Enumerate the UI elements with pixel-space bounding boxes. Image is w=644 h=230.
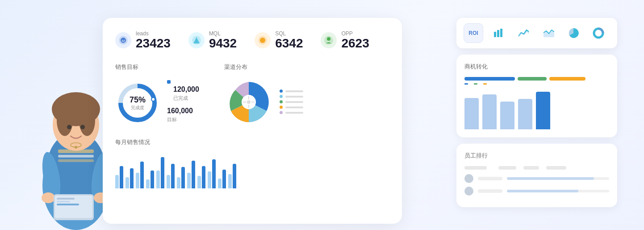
svg-rect-41 [494,32,496,37]
bar-chart-icon-button[interactable] [489,23,508,43]
monthly-bar-1-0 [125,177,129,188]
monthly-bar-0-1 [120,166,123,188]
svg-rect-18 [57,201,70,202]
svg-rect-4 [58,159,94,162]
monthly-bar-4-1 [161,157,164,188]
leads-label: leads [136,30,171,37]
opp-bar-3 [500,102,514,129]
pie-chart-icon-button[interactable] [564,23,583,43]
roi-icon-button[interactable]: ROI [464,23,483,43]
legend-completed: 120,000 已完成 [167,77,199,102]
monthly-bar-5-0 [167,175,170,188]
monthly-bar-5-1 [171,164,175,188]
prog-seg-3 [549,77,585,81]
legend-completed-value: 120,000 [173,85,199,94]
monthly-bar-2-1 [140,162,144,188]
right-panels: ROI 商机转化 [456,18,617,207]
monthly-bar-chart [115,153,389,188]
svg-point-34 [151,98,155,101]
line-chart-icon-button[interactable] [514,23,533,43]
emp-avatar-2 [464,187,473,196]
svg-rect-3 [58,155,94,158]
mql-value: 9432 [209,36,237,50]
mql-icon [188,32,205,48]
emp-header-row [464,166,609,170]
monthly-bar-6-0 [177,177,180,188]
monthly-bar-8-1 [202,166,205,188]
opp-progress [464,77,609,85]
bar-group-11 [228,164,236,188]
monthly-bar-7-0 [187,173,191,188]
monthly-title: 每月销售情况 [115,138,389,146]
monthly-bar-11-0 [228,174,232,188]
svg-text:M: M [122,39,125,43]
opp-bar-4 [518,99,532,129]
bar-group-10 [218,170,226,188]
pie-dot-1 [280,89,283,93]
bar-group-9 [208,159,216,188]
monthly-bar-7-1 [192,161,195,188]
svg-rect-19 [57,204,79,205]
pie-legend-item-4 [280,106,303,109]
donut-sub: 完成度 [130,104,146,111]
opp-value: 2623 [341,36,369,50]
area-chart-icon-button[interactable] [539,23,558,43]
bar-group-0 [115,166,123,188]
monthly-bar-0-0 [115,175,119,188]
bar-group-1 [125,168,134,188]
svg-point-9 [67,125,71,129]
prog-label-2 [474,83,479,85]
progress-bar-row [464,77,609,81]
middle-row: 销售目标 75% 完成度 [115,63,389,128]
donut-wrapper: 75% 完成度 120,000 已完成 160,000 目标 [115,77,213,128]
monthly-section: 每月销售情况 [115,138,389,188]
pie-row [224,77,314,127]
emp-row-1 [464,174,609,183]
bar-group-4 [156,157,164,188]
emp-bar-fill-2 [507,190,578,192]
monthly-bar-4-0 [156,170,160,188]
prog-seg-1 [464,77,515,81]
pie-legend-item-2 [280,95,303,98]
sales-target-title: 销售目标 [115,63,213,71]
pie-legend-item-1 [280,89,303,93]
svg-point-7 [57,105,73,136]
svg-point-28 [260,38,265,43]
opportunity-title: 商机转化 [464,63,609,71]
scene: M leads 23423 MQL 9432 [0,0,644,230]
dashboard-card: M leads 23423 MQL 9432 [103,18,402,224]
monthly-bar-11-1 [233,164,236,188]
pie-dot-4 [280,106,283,109]
legend-completed-label: 已完成 [173,95,188,101]
prog-legend [464,83,609,85]
pie-dot-3 [280,100,283,103]
opp-icon [321,32,337,48]
svg-point-30 [327,37,330,41]
legend-completed-bullet [167,80,171,84]
monthly-bar-8-0 [197,176,201,188]
legend-target-label: 目标 [167,117,177,122]
monthly-bar-9-1 [212,159,216,188]
monthly-bar-1-1 [130,168,134,188]
emp-row-2 [464,187,609,196]
leads-value: 23423 [136,36,171,50]
sql-label: SQL [275,30,303,37]
monthly-bar-3-1 [151,170,154,188]
emp-bar-bg-2 [507,190,609,192]
leads-icon: M [115,32,131,48]
opp-bar-1 [464,98,479,129]
emp-bar-bg-1 [507,177,609,180]
monthly-bar-10-0 [218,179,222,188]
monthly-bar-2-0 [136,173,139,188]
svg-point-13 [42,192,55,203]
svg-point-10 [80,125,85,129]
kpi-sql: SQL 6342 [255,30,303,51]
svg-point-8 [79,105,95,136]
kpi-opp: OPP 2623 [321,30,369,51]
donut-chart-icon-button[interactable] [589,23,608,43]
employee-title: 员工排行 [464,152,609,160]
opportunity-card: 商机转化 [456,55,617,137]
svg-rect-17 [57,198,75,200]
bar-group-2 [136,162,144,188]
channel-dist-section: 渠道分布 [224,63,314,128]
